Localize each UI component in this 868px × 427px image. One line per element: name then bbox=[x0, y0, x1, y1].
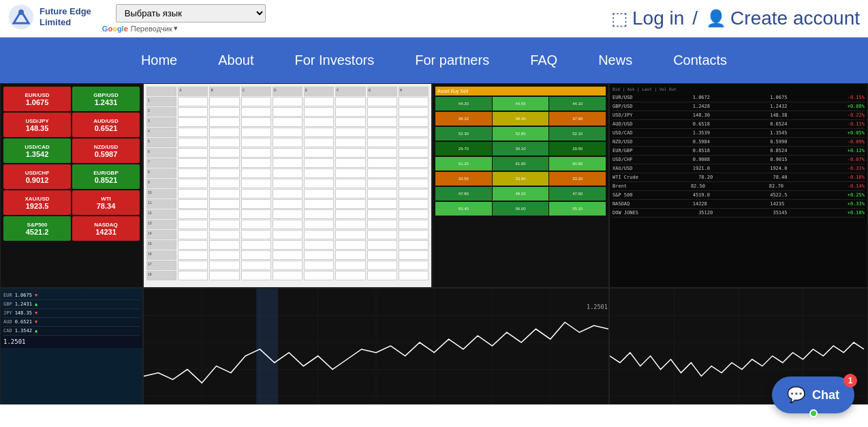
create-account-link[interactable]: 👤 Create account bbox=[706, 8, 860, 29]
nav-for-investors[interactable]: For Investors bbox=[275, 38, 395, 83]
chat-label: Chat bbox=[812, 388, 839, 402]
language-selector[interactable]: Выбрать язык bbox=[116, 4, 266, 23]
google-translate: Google Переводчик ▾ bbox=[102, 24, 266, 33]
svg-point-2 bbox=[18, 10, 24, 15]
logo-link[interactable]: Future Edge Limited bbox=[8, 4, 91, 30]
colored-table-screen: AssetBuySell 44.2044.5544.10 38.1038.403… bbox=[432, 83, 609, 288]
nav-contacts[interactable]: Contacts bbox=[653, 38, 747, 83]
main-nav: Home About For Investors For partners FA… bbox=[0, 38, 868, 83]
google-logo: Google bbox=[102, 25, 128, 33]
spreadsheet-screen: AB CD EF GH // Generate spreadsheet rows… bbox=[143, 83, 432, 288]
top-bar: Future Edge Limited Выбрать язык Google … bbox=[0, 0, 868, 38]
data-panel-screen: Bid | Ask | Last | Vol Out EUR/USD1.0672… bbox=[609, 83, 868, 288]
bottom-center-chart: 1.2501 bbox=[143, 288, 609, 404]
auth-separator: / bbox=[692, 8, 698, 29]
svg-point-0 bbox=[9, 5, 33, 29]
svg-rect-15 bbox=[256, 289, 278, 404]
nav-news[interactable]: News bbox=[578, 38, 653, 83]
chat-badge: 1 bbox=[843, 374, 857, 387]
nav-faq[interactable]: FAQ bbox=[510, 38, 578, 83]
login-link[interactable]: ⬚ Log in bbox=[611, 8, 684, 29]
logo-text: Future Edge Limited bbox=[40, 6, 91, 27]
svg-text:1.2501: 1.2501 bbox=[587, 304, 608, 310]
bottom-left-screen: EUR1.0675▼ GBP1.2431▲ JPY148.35▼ AUD0.65… bbox=[0, 288, 143, 404]
logo-icon bbox=[8, 4, 34, 30]
nav-for-partners[interactable]: For partners bbox=[394, 38, 510, 83]
hero-section: EUR/USD1.0675 GBP/USD1.2431 USD/JPY148.3… bbox=[0, 83, 868, 404]
auth-area: ⬚ Log in / 👤 Create account bbox=[611, 8, 860, 29]
chat-icon: 💬 bbox=[787, 386, 805, 404]
nav-home[interactable]: Home bbox=[121, 38, 198, 83]
translate-button[interactable]: Переводчик ▾ bbox=[131, 24, 178, 33]
language-dropdown[interactable]: Выбрать язык bbox=[116, 4, 266, 23]
chat-button[interactable]: 💬 Chat 1 bbox=[772, 377, 854, 404]
language-section: Выбрать язык Google Переводчик ▾ bbox=[102, 4, 266, 33]
user-icon: 👤 bbox=[706, 9, 726, 28]
login-icon: ⬚ bbox=[611, 8, 628, 29]
nav-about[interactable]: About bbox=[198, 38, 274, 83]
trading-board-screen: EUR/USD1.0675 GBP/USD1.2431 USD/JPY148.3… bbox=[0, 83, 143, 288]
